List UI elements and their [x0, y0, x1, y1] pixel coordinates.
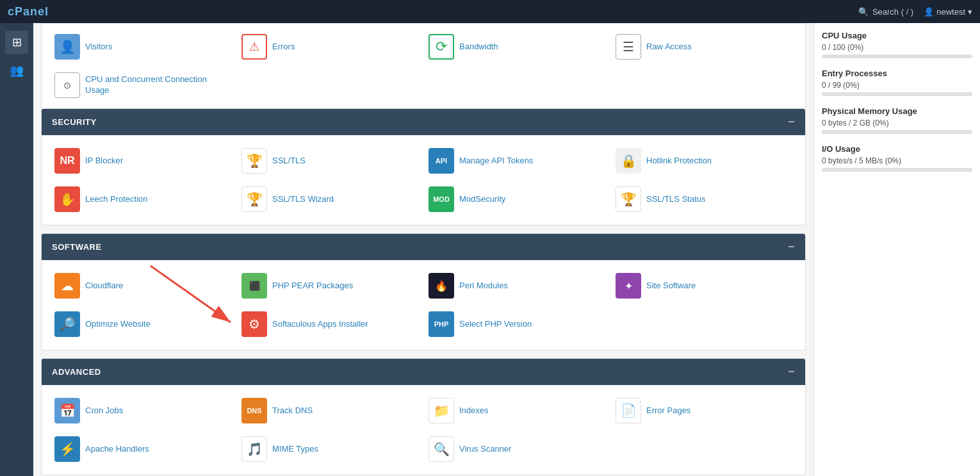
list-item-apache-handlers[interactable]: ⚡ Apache Handlers [52, 434, 234, 464]
list-item-errors[interactable]: ⚠ Errors [239, 31, 421, 62]
list-item-error-pages[interactable]: 📄 Error Pages [613, 395, 795, 426]
username-label: newtest [936, 7, 965, 17]
section-title-security: SECURITY [52, 117, 97, 127]
stat-memory-label: Physical Memory Usage [822, 106, 972, 116]
cron-jobs-icon: 📅 [54, 398, 80, 423]
section-header-software: SOFTWARE − [42, 234, 805, 260]
collapse-security-button[interactable]: − [788, 115, 795, 129]
topbar-user[interactable]: 👤 newtest ▾ [924, 7, 972, 17]
apache-handlers-label: Apache Handlers [85, 444, 149, 455]
list-item-php-version[interactable]: PHP Select PHP Version [426, 309, 608, 340]
rawaccess-icon: ☰ [616, 34, 641, 60]
list-item-rawaccess[interactable]: ☰ Raw Access [613, 31, 795, 62]
list-item-site-software[interactable]: ✦ Site Software [613, 270, 795, 301]
mime-types-label: MIME Types [272, 444, 318, 455]
cron-jobs-label: Cron Jobs [85, 406, 123, 416]
hotlink-label: Hotlink Protection [646, 156, 712, 167]
list-item-ip-blocker[interactable]: NR IP Blocker [52, 145, 234, 176]
cpu-label: CPU and Concurrent Connection Usage [85, 74, 231, 96]
indexes-label: Indexes [459, 406, 489, 416]
stat-memory-value: 0 bytes / 2 GB (0%) [822, 119, 972, 127]
layout: ⊞ 👥 👤 Visitors ⚠ Errors ⟳ Bandwidth ☰ Ra… [0, 23, 980, 476]
cloudflare-icon: ☁ [54, 273, 80, 299]
stat-cpu-label: CPU Usage [822, 31, 972, 40]
stat-entry-bar-bg [822, 92, 972, 96]
leech-label: Leech Protection [85, 194, 148, 205]
list-item-ssl-tls[interactable]: 🏆 SSL/TLS [239, 145, 421, 176]
list-item-softaculous[interactable]: ⚙ Softaculous Apps Installer [239, 309, 421, 340]
stat-io-value: 0 bytes/s / 5 MB/s (0%) [822, 156, 972, 165]
section-advanced: ADVANCED − 📅 Cron Jobs DNS Track DNS 📁 I… [41, 358, 806, 475]
visitors-icon: 👤 [54, 34, 80, 60]
manage-api-icon: API [429, 148, 454, 174]
section-header-advanced: ADVANCED − [42, 359, 805, 385]
search-icon: 🔍 [858, 7, 869, 17]
stat-cpu-usage: CPU Usage 0 / 100 (0%) [822, 31, 972, 58]
sidebar-item-users[interactable]: 👥 [5, 59, 28, 82]
list-item-cloudflare[interactable]: ☁ Cloudflare [52, 270, 234, 301]
sidebar-item-grid[interactable]: ⊞ [5, 31, 28, 54]
stat-entry-value: 0 / 99 (0%) [822, 81, 972, 90]
list-item-mime-types[interactable]: 🎵 MIME Types [239, 434, 421, 464]
apache-handlers-icon: ⚡ [54, 436, 80, 462]
php-version-icon: PHP [429, 311, 454, 337]
stat-io-bar-bg [822, 168, 972, 172]
optimize-icon: 🔎 [54, 311, 80, 337]
php-pear-icon: ⬛ [241, 273, 267, 299]
list-item-indexes[interactable]: 📁 Indexes [426, 395, 608, 426]
php-version-label: Select PHP Version [459, 319, 532, 330]
stat-cpu-value: 0 / 100 (0%) [822, 43, 972, 52]
virus-scanner-label: Virus Scanner [459, 444, 511, 455]
list-item-cpu[interactable]: ⊙ CPU and Concurrent Connection Usage [52, 70, 234, 101]
manage-api-label: Manage API Tokens [459, 156, 533, 167]
bandwidth-label: Bandwidth [459, 42, 498, 53]
site-software-icon: ✦ [616, 273, 641, 299]
list-item-perl[interactable]: 🔥 Perl Modules [426, 270, 608, 301]
list-item-ssl-wizard[interactable]: 🏆 SSL/TLS Wizard [239, 184, 421, 215]
list-item-cron-jobs[interactable]: 📅 Cron Jobs [52, 395, 234, 426]
list-item-manage-api[interactable]: API Manage API Tokens [426, 145, 608, 176]
list-item-php-pear[interactable]: ⬛ PHP PEAR Packages [239, 270, 421, 301]
list-item-ssl-status[interactable]: 🏆 SSL/TLS Status [613, 184, 795, 215]
list-item-virus-scanner[interactable]: 🔍 Virus Scanner [426, 434, 608, 464]
bandwidth-icon: ⟳ [429, 34, 454, 60]
ssl-status-icon: 🏆 [616, 186, 641, 212]
list-item-visitors[interactable]: 👤 Visitors [52, 31, 234, 62]
stat-io-usage: I/O Usage 0 bytes/s / 5 MB/s (0%) [822, 144, 972, 172]
list-item-leech[interactable]: ✋ Leech Protection [52, 184, 234, 215]
section-title-software: SOFTWARE [52, 242, 102, 252]
errors-label: Errors [272, 42, 295, 53]
modsecurity-label: ModSecurity [459, 194, 505, 205]
errors-icon: ⚠ [241, 34, 267, 60]
list-item-modsecurity[interactable]: MOD ModSecurity [426, 184, 608, 215]
topbar: cPanel 🔍 Search ( / ) 👤 newtest ▾ [0, 0, 980, 23]
rawaccess-label: Raw Access [646, 42, 692, 53]
collapse-software-button[interactable]: − [788, 240, 795, 254]
right-sidebar: CPU Usage 0 / 100 (0%) Entry Processes 0… [813, 23, 980, 476]
list-item-hotlink[interactable]: 🔒 Hotlink Protection [613, 145, 795, 176]
stat-io-label: I/O Usage [822, 144, 972, 154]
virus-scanner-icon: 🔍 [429, 436, 454, 462]
topbar-search[interactable]: 🔍 Search ( / ) [858, 7, 913, 17]
topbar-right: 🔍 Search ( / ) 👤 newtest ▾ [858, 7, 972, 17]
mime-types-icon: 🎵 [241, 436, 267, 462]
ssl-tls-icon: 🏆 [241, 148, 267, 174]
ip-blocker-label: IP Blocker [85, 156, 123, 167]
hotlink-icon: 🔒 [616, 148, 641, 174]
section-header-security: SECURITY − [42, 109, 805, 135]
stat-cpu-bar-bg [822, 54, 972, 58]
cpanel-logo: cPanel [8, 5, 49, 19]
error-pages-label: Error Pages [646, 406, 690, 416]
leech-icon: ✋ [54, 186, 80, 212]
perl-label: Perl Modules [459, 281, 508, 291]
list-item-bandwidth[interactable]: ⟳ Bandwidth [426, 31, 608, 62]
ssl-wizard-icon: 🏆 [241, 186, 267, 212]
stat-entry-processes: Entry Processes 0 / 99 (0%) [822, 69, 972, 96]
indexes-icon: 📁 [429, 398, 454, 423]
list-item-track-dns[interactable]: DNS Track DNS [239, 395, 421, 426]
list-item-optimize[interactable]: 🔎 Optimize Website [52, 309, 234, 340]
collapse-advanced-button[interactable]: − [788, 365, 795, 379]
softaculous-icon: ⚙ [241, 311, 267, 337]
section-security: SECURITY − NR IP Blocker 🏆 SSL/TLS API M… [41, 108, 806, 226]
optimize-label: Optimize Website [85, 319, 151, 330]
